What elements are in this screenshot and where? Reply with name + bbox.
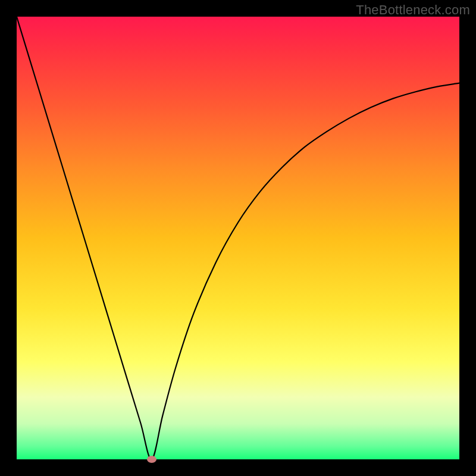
curve-path xyxy=(17,17,459,459)
optimum-marker xyxy=(147,456,156,463)
plot-area xyxy=(17,17,459,459)
bottleneck-curve xyxy=(17,17,459,459)
watermark-text: TheBottleneck.com xyxy=(356,2,470,18)
chart-frame: TheBottleneck.com xyxy=(0,0,476,476)
